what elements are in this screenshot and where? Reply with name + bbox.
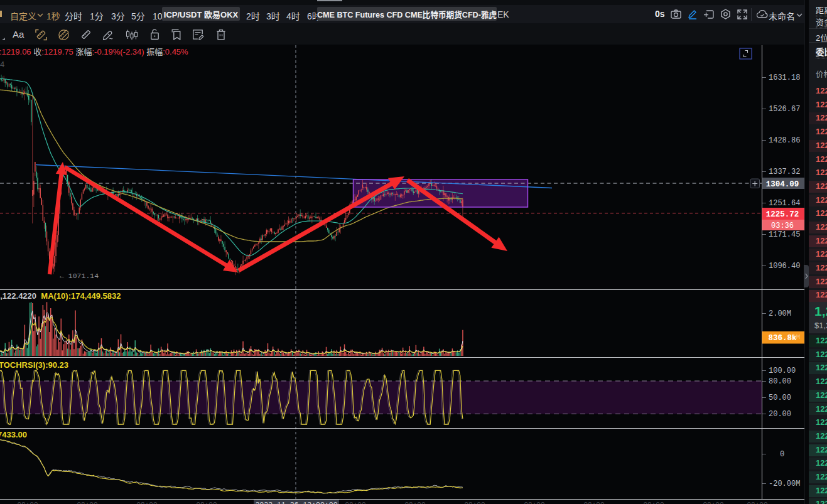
svg-text:2.00M: 2.00M (769, 309, 791, 318)
svg-text::1219.06 收:1219.75 涨幅:-0.19%(-: :1219.06 收:1219.75 涨幅:-0.19%(-2.34) 振幅:0… (0, 47, 188, 56)
svg-text:100.00: 100.00 (769, 367, 796, 375)
svg-text:80.00: 80.00 (769, 377, 791, 386)
svg-text:08:00: 08:00 (464, 501, 485, 504)
svg-text:03:36: 03:36 (771, 222, 794, 230)
svg-text:08:00: 08:00 (703, 501, 723, 504)
svg-text:1304.09: 1304.09 (766, 180, 799, 189)
svg-text:08:00: 08:00 (583, 501, 604, 504)
svg-text:TOCHRSI(3):90.23: TOCHRSI(3):90.23 (0, 360, 68, 370)
svg-text:08:00: 08:00 (77, 501, 97, 504)
svg-text:08:00: 08:00 (136, 501, 157, 504)
svg-text:836.8k: 836.8k (768, 334, 797, 343)
svg-text:1225.72: 1225.72 (766, 210, 799, 219)
svg-text:7433.00: 7433.00 (0, 430, 27, 439)
svg-text:1526.67: 1526.67 (769, 105, 800, 114)
svg-text:20.00: 20.00 (769, 410, 791, 419)
svg-text:2022-11-26 13:00:00: 2022-11-26 13:00:00 (255, 500, 337, 504)
svg-text:08:00: 08:00 (404, 501, 425, 504)
svg-text:1171.45: 1171.45 (769, 230, 800, 239)
svg-text:1251.64: 1251.64 (769, 199, 800, 208)
svg-text:08:00: 08:00 (747, 501, 767, 504)
svg-text:1428.86: 1428.86 (769, 136, 800, 145)
svg-text:3,122.4220 MA(10):174,449.583: 3,122.4220 MA(10):174,449.5832 (0, 291, 121, 301)
svg-text:← 1071.14: ← 1071.14 (60, 272, 99, 280)
svg-text:1096.40: 1096.40 (769, 262, 800, 271)
svg-text:-20.00M: -20.00M (769, 480, 800, 488)
svg-text:4: 4 (0, 60, 4, 69)
svg-text:08:00: 08:00 (524, 501, 544, 504)
svg-text:0: 0 (780, 450, 784, 459)
svg-text:08:00: 08:00 (643, 501, 664, 504)
svg-text:08:00: 08:00 (17, 501, 38, 504)
svg-text:50.00: 50.00 (769, 394, 791, 402)
svg-text:1631.18: 1631.18 (769, 73, 800, 82)
svg-text:08:00: 08:00 (196, 501, 217, 504)
svg-text:1337.32: 1337.32 (769, 168, 800, 176)
svg-text:08:00: 08:00 (345, 501, 365, 504)
